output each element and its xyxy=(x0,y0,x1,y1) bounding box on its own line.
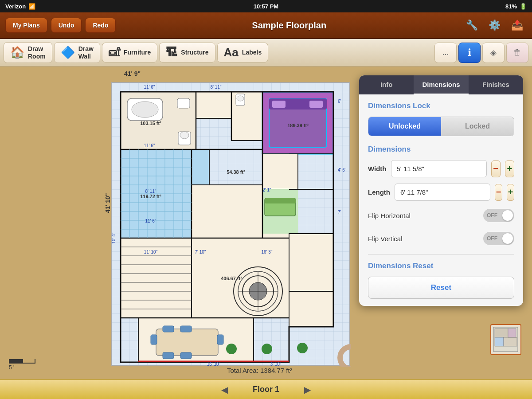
svg-rect-103 xyxy=(504,337,517,346)
svg-point-74 xyxy=(237,96,244,101)
tab-dimensions[interactable]: Dimensions xyxy=(414,75,468,94)
draw-room-icon: 🏠 xyxy=(10,46,24,59)
my-plans-button[interactable]: My Plans xyxy=(5,18,47,33)
flip-vertical-row: Flip Vertical OFF xyxy=(368,230,514,247)
trash-icon: 🗑 xyxy=(513,48,521,57)
svg-rect-68 xyxy=(180,326,192,332)
share-icon-button[interactable]: 📤 xyxy=(508,18,527,33)
svg-rect-7 xyxy=(262,154,298,189)
unlocked-button[interactable]: Unlocked xyxy=(368,117,441,136)
panel-content: Dimensions Lock Unlocked Locked Dimensio… xyxy=(359,94,523,306)
svg-text:103.15 ft²: 103.15 ft² xyxy=(140,121,161,126)
svg-text:189.39 ft²: 189.39 ft² xyxy=(287,123,309,128)
floor-label: Floor 1 xyxy=(253,385,279,394)
draw-room-label: DrawRoom xyxy=(28,45,46,60)
svg-rect-10 xyxy=(289,234,333,291)
gear-icon-button[interactable]: ⚙️ xyxy=(485,18,504,33)
svg-rect-55 xyxy=(272,101,286,108)
svg-text:10' 4": 10' 4" xyxy=(112,232,116,243)
svg-text:3' 10": 3' 10" xyxy=(270,362,282,367)
floor-navigation: ◀ Floor 1 ▶ xyxy=(0,379,532,399)
width-input[interactable] xyxy=(391,160,487,177)
labels-tool[interactable]: Aa Labels xyxy=(217,43,269,63)
app-title: Sample Floorplan xyxy=(119,20,459,31)
length-input[interactable] xyxy=(395,184,490,201)
svg-point-99 xyxy=(340,347,351,367)
svg-point-49 xyxy=(132,102,158,117)
carrier-label: Verizon xyxy=(5,3,26,10)
draw-wall-tool[interactable]: 🔷 DrawWall xyxy=(54,42,100,63)
flip-horizontal-label: Flip Horizontal xyxy=(368,212,411,219)
svg-point-63 xyxy=(226,344,237,354)
undo-button[interactable]: Undo xyxy=(51,18,82,33)
width-increase-button[interactable]: + xyxy=(505,160,514,177)
tab-finishes[interactable]: Finishes xyxy=(469,75,523,94)
svg-rect-69 xyxy=(163,352,174,359)
svg-rect-70 xyxy=(180,352,192,359)
svg-point-65 xyxy=(297,343,308,353)
svg-text:119.72 ft²: 119.72 ft² xyxy=(140,194,161,199)
floorplan-canvas[interactable]: 11' 6" 8' 11" 6' 4' 6" 7' 11' 6" 8' 11" … xyxy=(111,82,350,366)
length-label: Length xyxy=(368,188,390,196)
redo-button[interactable]: Redo xyxy=(85,18,116,33)
info-panel: Info Dimensions Finishes Dimensions Lock… xyxy=(359,75,523,306)
draw-room-tool[interactable]: 🏠 DrawRoom xyxy=(4,42,52,63)
svg-text:16' 3": 16' 3" xyxy=(262,250,273,254)
length-decrease-button[interactable]: − xyxy=(495,184,502,201)
tab-info[interactable]: Info xyxy=(359,75,414,94)
pattern-button[interactable]: ◈ xyxy=(482,43,505,63)
labels-label: Labels xyxy=(242,49,262,56)
svg-rect-56 xyxy=(309,101,323,108)
total-area-label: Total Area: 1384.77 ft² xyxy=(227,367,292,374)
svg-rect-102 xyxy=(495,337,504,346)
battery-label: 81% xyxy=(505,3,517,10)
length-row: Length − + xyxy=(368,184,514,201)
flip-horizontal-toggle[interactable]: OFF xyxy=(483,209,514,222)
draw-wall-icon: 🔷 xyxy=(61,46,75,59)
furniture-tool[interactable]: 🛋 Furniture xyxy=(102,43,157,63)
dimension-left: 41' 10" xyxy=(104,193,111,213)
scale-label: 5 ' xyxy=(9,364,14,371)
time-label: 10:57 PM xyxy=(254,3,278,10)
svg-point-64 xyxy=(262,344,272,354)
structure-tool[interactable]: 🏗 Structure xyxy=(159,43,215,63)
wifi-icon: 📶 xyxy=(28,3,35,10)
furniture-label: Furniture xyxy=(124,49,151,56)
svg-text:7' 10": 7' 10" xyxy=(195,250,206,254)
length-increase-button[interactable]: + xyxy=(507,184,514,201)
locked-button[interactable]: Locked xyxy=(441,117,514,136)
dimension-top: 41' 9" xyxy=(124,70,141,77)
panel-tabs: Info Dimensions Finishes xyxy=(359,75,523,94)
flip-vertical-state: OFF xyxy=(487,235,497,242)
next-floor-button[interactable]: ▶ xyxy=(297,381,318,399)
dimensions-reset-title: Dimensions Reset xyxy=(368,262,514,270)
pattern-icon: ◈ xyxy=(490,48,497,58)
dimensions-lock-title: Dimensions Lock xyxy=(368,102,514,110)
svg-rect-101 xyxy=(495,329,508,337)
reset-button[interactable]: Reset xyxy=(368,277,514,299)
structure-label: Structure xyxy=(181,49,208,56)
more-icon: ... xyxy=(442,48,449,57)
wrench-icon-button[interactable]: 🔧 xyxy=(462,18,481,33)
prev-floor-button[interactable]: ◀ xyxy=(214,381,235,399)
trash-button[interactable]: 🗑 xyxy=(506,43,528,63)
flip-horizontal-state: OFF xyxy=(487,212,497,219)
svg-rect-67 xyxy=(163,326,174,332)
main-content: 41' 9" 41' 10" xyxy=(0,66,532,379)
width-label: Width xyxy=(368,165,387,172)
svg-text:8' 11": 8' 11" xyxy=(211,85,222,90)
width-decrease-button[interactable]: − xyxy=(491,160,501,177)
svg-rect-71 xyxy=(151,335,157,344)
minimap[interactable] xyxy=(490,324,521,355)
more-button[interactable]: ... xyxy=(434,43,457,63)
status-left: Verizon 📶 xyxy=(5,3,35,10)
info-button[interactable]: ℹ xyxy=(458,43,481,63)
svg-text:2' 1": 2' 1" xyxy=(262,188,271,192)
flip-vertical-toggle[interactable]: OFF xyxy=(483,232,514,245)
svg-point-51 xyxy=(180,132,189,139)
svg-text:4' 6": 4' 6" xyxy=(338,168,347,172)
svg-rect-52 xyxy=(177,98,190,108)
lock-toggle[interactable]: Unlocked Locked xyxy=(368,117,514,136)
svg-text:54.38 ft²: 54.38 ft² xyxy=(227,169,245,175)
tool-bar-secondary: 🏠 DrawRoom 🔷 DrawWall 🛋 Furniture 🏗 Stru… xyxy=(0,39,532,66)
